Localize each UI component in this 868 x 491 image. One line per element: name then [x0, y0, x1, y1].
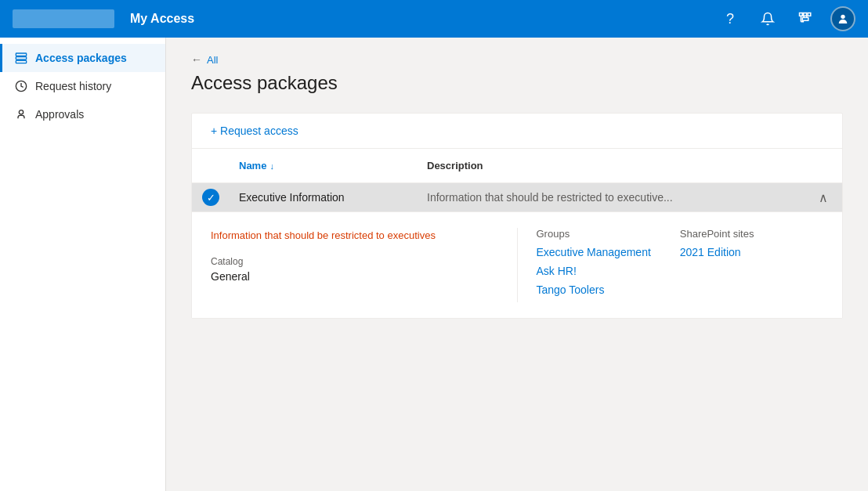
detail-right: Groups Executive Management Ask HR! Tang… [518, 228, 824, 302]
breadcrumb-all-link[interactable]: All [207, 54, 218, 66]
page-title: Access packages [191, 72, 843, 94]
svg-rect-2 [808, 13, 811, 16]
groups-section: Groups Executive Management Ask HR! Tang… [537, 228, 680, 302]
sidebar-item-access-packages[interactable]: Access packages [0, 44, 165, 72]
toolbar: + Request access [192, 114, 842, 149]
breadcrumb[interactable]: ← All [191, 53, 843, 66]
svg-rect-11 [16, 60, 26, 63]
sharepoint-header: SharePoint sites [680, 228, 823, 240]
row-description: Information that should be restricted to… [418, 183, 805, 211]
sidebar-label-access-packages: Access packages [35, 52, 127, 64]
sidebar-label-request-history: Request history [35, 80, 111, 92]
group-link-tango-toolers[interactable]: Tango Toolers [537, 283, 680, 296]
app-title: My Access [130, 12, 718, 26]
group-link-ask-hr[interactable]: Ask HR! [537, 265, 680, 277]
help-icon[interactable]: ? [718, 6, 743, 31]
groups-header: Groups [537, 228, 680, 240]
svg-rect-1 [804, 13, 807, 16]
logo-placeholder [13, 9, 114, 28]
approvals-icon [15, 108, 27, 121]
detail-left: Information that should be restricted to… [211, 228, 517, 302]
access-packages-table: + Request access Name ↓ Description ✓ [191, 113, 843, 319]
col-header-description: Description [418, 155, 805, 176]
access-packages-icon [15, 52, 27, 64]
org-chart-icon[interactable] [793, 6, 818, 31]
request-access-button[interactable]: + Request access [204, 121, 305, 140]
sharepoint-link-2021-edition[interactable]: 2021 Edition [680, 246, 823, 258]
sort-icon: ↓ [269, 161, 274, 171]
group-link-executive-management[interactable]: Executive Management [537, 246, 680, 258]
sidebar: Access packages Request history Approval… [0, 38, 166, 491]
row-expand-button[interactable]: ∧ [805, 190, 842, 205]
content-area: ← All Access packages + Request access N… [166, 38, 868, 491]
topbar-icons: ? [718, 6, 855, 31]
svg-point-13 [19, 110, 23, 114]
sharepoint-section: SharePoint sites 2021 Edition [680, 228, 823, 302]
svg-rect-3 [802, 18, 808, 21]
col-header-name[interactable]: Name ↓ [230, 155, 418, 176]
request-history-icon [15, 80, 27, 92]
catalog-value: General [211, 270, 498, 283]
detail-panel: Information that should be restricted to… [192, 212, 842, 318]
table-row[interactable]: ✓ Executive Information Information that… [192, 183, 842, 212]
svg-rect-0 [800, 13, 803, 16]
check-icon: ✓ [202, 189, 219, 206]
back-arrow: ← [191, 53, 202, 66]
user-avatar[interactable] [830, 6, 855, 31]
table-header: Name ↓ Description [192, 149, 842, 183]
sidebar-item-approvals[interactable]: Approvals [0, 100, 165, 128]
row-name: Executive Information [230, 183, 418, 211]
svg-rect-9 [16, 53, 26, 56]
topbar: My Access ? [0, 0, 868, 38]
main-layout: Access packages Request history Approval… [0, 38, 868, 491]
notification-icon[interactable] [755, 6, 780, 31]
col-header-expand [805, 155, 842, 176]
svg-point-8 [841, 15, 844, 19]
detail-info-text: Information that should be restricted to… [211, 228, 498, 244]
sidebar-label-approvals: Approvals [35, 108, 84, 121]
row-checkbox[interactable]: ✓ [192, 189, 230, 206]
sidebar-item-request-history[interactable]: Request history [0, 72, 165, 100]
svg-rect-10 [16, 57, 26, 60]
col-header-check [192, 155, 230, 176]
catalog-label: Catalog [211, 256, 498, 267]
